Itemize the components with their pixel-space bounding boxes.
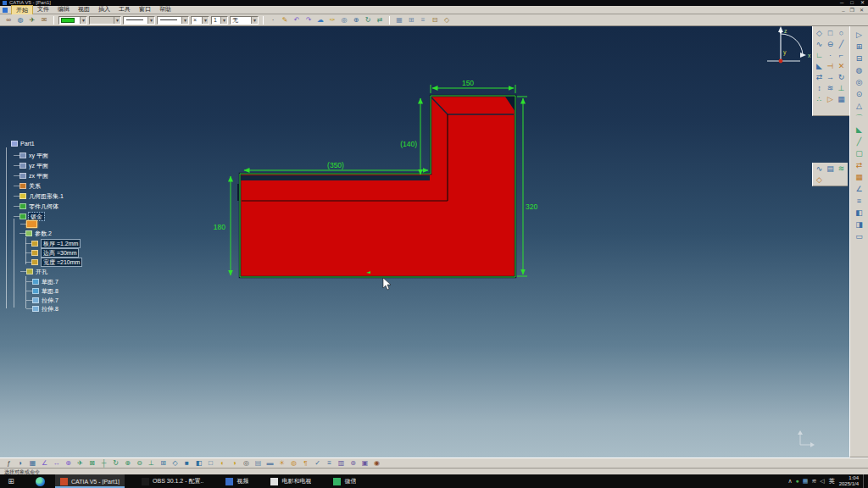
hole-icon[interactable]: ⊙ — [854, 89, 865, 100]
undo-icon[interactable]: ↶ — [292, 15, 302, 25]
tree-item[interactable]: 关系 — [19, 182, 41, 190]
pan-icon[interactable]: ┼ — [98, 458, 109, 468]
table-icon[interactable]: ≡ — [418, 15, 428, 25]
line-icon[interactable]: ╱ — [836, 39, 847, 50]
globe-icon[interactable]: ◍ — [15, 15, 25, 25]
tree-item[interactable]: 草图.7 — [32, 278, 58, 286]
tree-item[interactable]: yz 平面 — [19, 162, 48, 169]
measure-between-icon[interactable]: ↔ — [51, 458, 62, 468]
snap-icon[interactable]: ⊞ — [406, 15, 416, 25]
chat-icon[interactable]: ◗ — [15, 458, 26, 468]
tree-item[interactable]: 拉伸.7 — [32, 297, 58, 304]
translate-icon[interactable]: → — [825, 72, 836, 83]
shading-icon[interactable]: ■ — [181, 458, 192, 468]
draft-icon[interactable]: ╱ — [854, 136, 865, 147]
catalog2-icon[interactable]: ▣ — [359, 458, 370, 468]
mass-icon[interactable]: ⊕ — [63, 458, 74, 468]
graphic-color-dropdown[interactable]: ▾ — [58, 16, 87, 25]
chamfer-icon[interactable]: ◣ — [814, 61, 825, 72]
tree-item[interactable]: 零件几何体 — [19, 202, 58, 210]
orientation-compass[interactable]: z x y — [767, 26, 811, 63]
annotations-icon[interactable]: ¶ — [300, 458, 311, 468]
tree-item[interactable]: 几何图形集.1 — [19, 192, 64, 200]
knowledge-icon[interactable]: ✓ — [312, 458, 323, 468]
maximize-button[interactable]: □ — [850, 0, 854, 6]
taskbar-wechat[interactable]: 微信 — [328, 474, 361, 488]
brush-icon[interactable]: ✑ — [327, 15, 337, 25]
rectangle-icon[interactable]: □ — [825, 28, 836, 39]
menu-item[interactable]: 插入 — [94, 5, 114, 15]
catalog-icon[interactable]: ◇ — [442, 15, 452, 25]
hide-show-icon[interactable]: ◐ — [217, 458, 228, 468]
transparency-dropdown[interactable]: ▾ — [89, 16, 121, 25]
menu-item[interactable]: 视图 — [74, 5, 94, 15]
mail-icon[interactable]: ✉ — [39, 15, 49, 25]
view-mode-icon[interactable]: ◧ — [854, 208, 865, 219]
doc-minimize-button[interactable]: _ — [842, 7, 844, 13]
ellipse-icon[interactable]: ⊖ — [825, 39, 836, 50]
profile-icon[interactable]: ◇ — [814, 28, 825, 39]
chamfer2-icon[interactable]: ◣ — [854, 125, 865, 136]
menu-item[interactable]: 窗口 — [135, 5, 155, 15]
constraint-icon[interactable]: ⊥ — [836, 83, 847, 94]
grid-icon[interactable]: ▦ — [394, 15, 404, 25]
clock[interactable]: 1:04 2025/1/4 — [839, 475, 859, 487]
render-style-icon[interactable]: ◍ — [288, 458, 299, 468]
spline-icon[interactable]: ∿ — [814, 39, 825, 50]
magnifier-icon[interactable]: ◎ — [241, 458, 252, 468]
hidden-icons-icon[interactable]: ∧ — [787, 478, 792, 485]
shell-icon[interactable]: ▢ — [854, 148, 865, 159]
network-icon[interactable]: ≋ — [811, 478, 816, 485]
specs-icon[interactable]: ▥ — [336, 458, 347, 468]
volume-icon[interactable]: ◁ — [820, 478, 824, 485]
tree-item[interactable]: 开孔 — [26, 268, 47, 275]
taskbar-obs[interactable]: OBS 30.1.2 - 配置.. — [136, 474, 209, 488]
symbol-size-dropdown[interactable]: 1▾ — [211, 16, 228, 25]
fly-icon[interactable]: ✈ — [75, 458, 86, 468]
mirror-icon[interactable]: ⇄ — [814, 72, 825, 83]
blend-icon[interactable]: ◇ — [814, 175, 825, 186]
wizard-icon[interactable]: · — [268, 15, 278, 25]
measure-icon[interactable]: ∠ — [854, 184, 865, 195]
taskbar-video[interactable]: 视频 — [220, 474, 253, 488]
fit-all-icon[interactable]: ⊠ — [86, 458, 97, 468]
auto-constraint-icon[interactable]: ∴ — [814, 94, 825, 105]
tree-item[interactable]: 钣金 — [19, 213, 44, 220]
tree-item[interactable]: 草图.8 — [32, 287, 58, 295]
layers-icon[interactable]: ≡ — [854, 196, 865, 207]
line-type-dropdown[interactable]: ▾ — [157, 16, 189, 25]
search-icon[interactable]: ◎ — [339, 15, 349, 25]
scale-icon[interactable]: ↕ — [814, 83, 825, 94]
tree-item[interactable] — [26, 220, 40, 228]
animate-constraint-icon[interactable]: ▷ — [825, 94, 836, 105]
redo-icon[interactable]: ↷ — [303, 15, 314, 25]
browser-icon[interactable] — [36, 477, 45, 486]
exit-icon[interactable]: ◉ — [371, 458, 382, 468]
graph-icon[interactable]: ◨ — [854, 219, 865, 230]
mirror2-icon[interactable]: ⇄ — [854, 160, 865, 171]
language-indicator[interactable]: 英 — [829, 477, 835, 485]
point-icon[interactable]: · — [825, 50, 836, 61]
point-symbol-dropdown[interactable]: ×▾ — [191, 16, 209, 25]
taskbar-catia[interactable]: CATIA V5 - [Part1] — [55, 474, 125, 488]
circle-icon[interactable]: ○ — [836, 28, 847, 39]
groove-icon[interactable]: ◎ — [854, 77, 865, 88]
line-weight-dropdown[interactable]: ▾ — [123, 16, 155, 25]
pattern-icon[interactable]: ▦ — [854, 172, 865, 183]
tree-item[interactable]: xy 平面 — [19, 152, 48, 159]
normal-view-icon[interactable]: ⊥ — [146, 458, 157, 468]
multi-view-icon[interactable]: ⊞ — [158, 458, 169, 468]
zoom-area-icon[interactable]: ⊕ — [351, 15, 361, 25]
sheetmetal-part[interactable] — [237, 96, 515, 277]
layer-dropdown[interactable]: 无▾ — [230, 16, 259, 25]
tree-item[interactable]: 边高 =30mm — [31, 249, 79, 257]
fillet-icon[interactable]: ⌒ — [854, 113, 865, 124]
select-icon[interactable]: ▷ — [854, 30, 865, 41]
tree-item[interactable]: 参数.2 — [25, 230, 52, 237]
zoom-in-icon[interactable]: ⊕ — [122, 458, 133, 468]
refresh-icon[interactable]: ⇄ — [375, 15, 385, 25]
fly-mode-icon[interactable]: ✈ — [27, 15, 37, 25]
align-icon[interactable]: ⊟ — [430, 15, 440, 25]
tree-item[interactable]: Part1 — [11, 140, 35, 147]
corner-icon[interactable]: ⌐ — [836, 50, 847, 61]
